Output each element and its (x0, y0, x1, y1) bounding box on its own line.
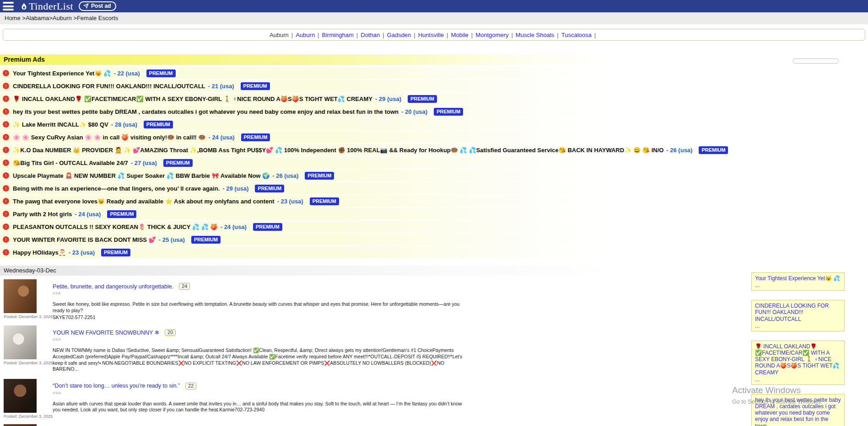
city-link-gadsden[interactable]: Gadsden (387, 32, 411, 38)
premium-ad-age: - 21 (usa) (208, 83, 234, 90)
breadcrumb[interactable]: Home >Alabama>Auburn >Female Escorts (0, 12, 868, 24)
city-link-auburn[interactable]: Auburn (296, 32, 315, 38)
listing-photo[interactable] (4, 424, 37, 426)
premium-ad-link[interactable]: Your Tightest Experience Yet😼 💦 (13, 70, 111, 77)
premium-badge: PREMIUM (144, 121, 173, 128)
listing-description: Asian allure with curves that speak loud… (53, 401, 464, 413)
premium-ad-row: YOUR WINTER FAVORITE IS BACK DONT MISS 💕… (0, 234, 615, 245)
premium-ad-link[interactable]: 🌸 🌸 Sexy CuRvy Asian 🌸 🌸 in call 🍑 visit… (13, 134, 205, 141)
listing-photo[interactable] (4, 379, 37, 413)
premium-badge: PREMIUM (699, 146, 728, 154)
premium-ad-age: - 28 (usa) (111, 121, 137, 128)
premium-badge: PREMIUM (255, 185, 284, 192)
premium-ad-row: ✨ Lake Merritt INCALL✨ $80 QV- 28 (usa)P… (0, 118, 615, 130)
sidebar-ad-link[interactable]: hey its your best wettes petite baby DRE… (755, 397, 841, 426)
premium-badge: PREMIUM (253, 223, 282, 231)
premium-badge: PREMIUM (434, 108, 463, 116)
premium-badge: PREMIUM (241, 133, 270, 141)
premium-ad-age: - 25 (usa) (159, 236, 185, 243)
boost-arrow-icon (3, 160, 9, 166)
listing-title-link[interactable]: “Don’t stare too long… unless you’re rea… (53, 383, 180, 389)
premium-ad-link[interactable]: 🌹 INCALL OAKLAND🌹 ✅FACETIME/CAR✅ WITH A … (13, 96, 372, 102)
listing-item: Posted: December 3, 2025 Petite, brunett… (0, 279, 868, 320)
premium-ad-link[interactable]: Happy HOlidays🎅 (13, 249, 66, 256)
premium-badge: PREMIUM (305, 172, 334, 180)
premium-ad-row: ✨K.O Daa NUMBER 👑 PROVIDER 💆 ✨ 💕AMAZING … (0, 144, 615, 156)
city-link-dothan[interactable]: Dothan (361, 32, 380, 38)
listing-title-link[interactable]: YOUR NEW FAVORITE SNOWBUNNY ❄ (53, 329, 159, 336)
city-separator: | (291, 32, 293, 38)
premium-ad-link[interactable]: Upscale Playmate 🚨 NEW NUMBER 💦 Super So… (13, 172, 270, 179)
boost-arrow-icon (3, 211, 9, 217)
sidebar-ad-ellipsis: ... (755, 323, 841, 329)
listing-title-link[interactable]: Petite, brunette, and dangerously unforg… (53, 283, 173, 290)
sidebar-ad[interactable]: CINDERELLA LOOKING FOR FUN!!! OAKLAND!!!… (751, 300, 845, 331)
listings: Posted: December 3, 2025 Petite, brunett… (0, 279, 868, 426)
sidebar-ad-link[interactable]: 🌹 INCALL OAKLAND🌹 ✅FACETIME/CAR✅ WITH A … (755, 343, 840, 376)
premium-ad-link[interactable]: 😘Big Tits Girl - OUTCALL Available 24/7 (13, 160, 128, 166)
listing-photo[interactable] (4, 279, 37, 313)
premium-badge: PREMIUM (191, 236, 221, 244)
posted-date: Posted: December 3, 2025 (4, 414, 53, 419)
city-separator: | (383, 32, 384, 38)
post-ad-button[interactable]: Post ad (79, 1, 116, 11)
listing-item: A lady for all occasions 38 USA (0, 424, 868, 426)
premium-ad-age: - 24 (usa) (221, 224, 247, 230)
city-link-tuscaloosa[interactable]: Tuscaloosa (561, 32, 592, 38)
paper-plane-icon (83, 3, 89, 9)
listing-contact: SKYE702-577-2251 (53, 314, 464, 320)
premium-ad-age: - 26 (usa) (666, 147, 692, 154)
city-link-birmingham[interactable]: Birmingham (322, 32, 354, 38)
listing-description: NEW IN TOWNMy name is Dallas !Seductive,… (53, 347, 464, 373)
menu-icon[interactable] (3, 2, 15, 11)
premium-ad-age: - 26 (usa) (272, 172, 298, 179)
city-link-mobile[interactable]: Mobile (451, 32, 468, 38)
sidebar-premium-list: Your Tightest Experience Yet😼 💦 ... CIND… (751, 272, 845, 426)
premium-ad-age: - 20 (usa) (401, 108, 427, 115)
sidebar-ad-ellipsis: ... (755, 282, 841, 288)
premium-ad-link[interactable]: Being with me is an experience—one that … (13, 185, 220, 192)
flame-icon (20, 2, 28, 11)
age-badge: 24 (179, 283, 190, 290)
premium-ad-row: Being with me is an experience—one that … (0, 182, 615, 194)
city-link-muscle-shoals[interactable]: Muscle Shoals (516, 32, 555, 38)
posted-date: Posted: December 3, 2025 (4, 314, 53, 319)
listing-item: Posted: December 3, 2025 YOUR NEW FAVORI… (0, 325, 868, 373)
premium-ad-age: - 27 (usa) (131, 160, 157, 166)
premium-ad-link[interactable]: YOUR WINTER FAVORITE IS BACK DONT MISS 💕 (13, 236, 156, 243)
brand-logo[interactable]: TinderList (20, 0, 73, 12)
premium-ad-link[interactable]: hey its your best wettes petite baby DRE… (13, 108, 399, 115)
premium-ad-row: The pawg that everyone loves😼 Ready and … (0, 195, 615, 207)
sidebar-ad-link[interactable]: CINDERELLA LOOKING FOR FUN!!! OAKLAND!!!… (755, 303, 829, 322)
sidebar-ad[interactable]: hey its your best wettes petite baby DRE… (751, 394, 845, 426)
premium-ad-row: Your Tightest Experience Yet😼 💦- 22 (usa… (0, 67, 615, 79)
premium-ad-link[interactable]: CINDERELLA LOOKING FOR FUN!!! OAKLAND!!!… (13, 83, 205, 90)
age-badge: 22 (185, 383, 196, 389)
city-separator: | (356, 32, 358, 38)
city-separator: | (318, 32, 319, 38)
boost-arrow-icon (3, 134, 9, 140)
page: TinderList Post ad Home >Alabama>Auburn … (0, 0, 868, 426)
premium-ad-link[interactable]: Party with 2 Hot girls (13, 211, 72, 218)
premium-ad-link[interactable]: ✨K.O Daa NUMBER 👑 PROVIDER 💆 ✨ 💕AMAZING … (13, 147, 663, 154)
city-link-auburn-current[interactable]: Auburn (270, 32, 289, 38)
city-separator: | (414, 32, 415, 38)
city-link-huntsville[interactable]: Huntsville (418, 32, 444, 38)
premium-ad-link[interactable]: The pawg that everyone loves😼 Ready and … (13, 198, 275, 205)
listing-item: Posted: December 3, 2025 “Don’t stare to… (0, 379, 868, 419)
age-badge: 20 (165, 329, 176, 336)
premium-ad-age: - 23 (usa) (69, 249, 95, 256)
premium-section-title: Premium Ads (0, 54, 615, 65)
sidebar-ad[interactable]: Your Tightest Experience Yet😼 💦 ... (751, 272, 845, 291)
boost-arrow-icon (3, 224, 9, 230)
sidebar-ad-link[interactable]: Your Tightest Experience Yet😼 💦 (755, 275, 840, 282)
listing-photo[interactable] (4, 325, 37, 359)
premium-ad-age: - 24 (usa) (75, 211, 101, 218)
premium-ad-link[interactable]: ✨ Lake Merritt INCALL✨ $80 QV (13, 121, 108, 128)
city-link-montgomery[interactable]: Montgomery (475, 32, 508, 38)
boost-arrow-icon (3, 121, 9, 128)
city-separator: | (594, 32, 596, 38)
premium-ad-link[interactable]: PLEASANTON OUTCALLS !! SEXY KOREAN🌷 THIC… (13, 224, 218, 230)
sidebar-ad[interactable]: 🌹 INCALL OAKLAND🌹 ✅FACETIME/CAR✅ WITH A … (751, 341, 845, 385)
premium-ad-row: hey its your best wettes petite baby DRE… (0, 106, 615, 117)
